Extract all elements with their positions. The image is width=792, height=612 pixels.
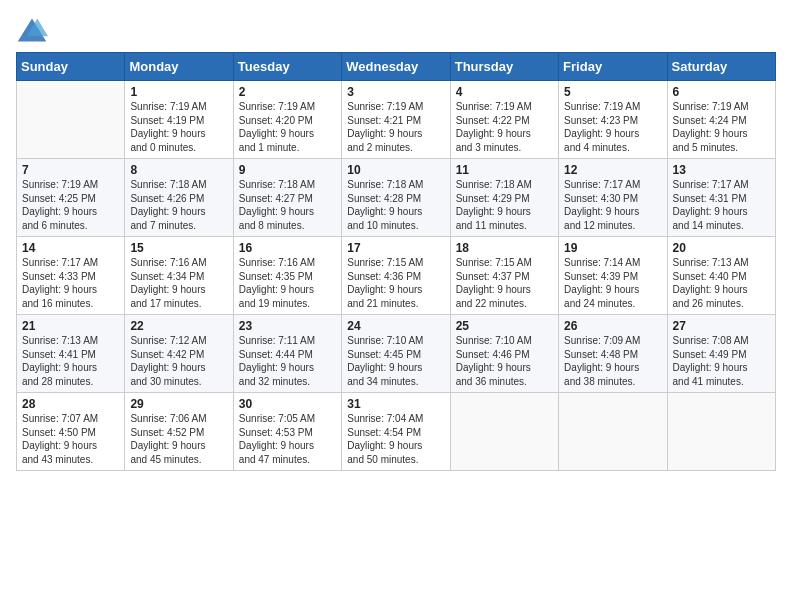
day-number: 23	[239, 319, 336, 333]
day-number: 15	[130, 241, 227, 255]
calendar-cell: 17Sunrise: 7:15 AM Sunset: 4:36 PM Dayli…	[342, 237, 450, 315]
column-header-thursday: Thursday	[450, 53, 558, 81]
day-info: Sunrise: 7:19 AM Sunset: 4:25 PM Dayligh…	[22, 178, 119, 232]
calendar-cell: 23Sunrise: 7:11 AM Sunset: 4:44 PM Dayli…	[233, 315, 341, 393]
calendar-cell: 9Sunrise: 7:18 AM Sunset: 4:27 PM Daylig…	[233, 159, 341, 237]
calendar-header-row: SundayMondayTuesdayWednesdayThursdayFrid…	[17, 53, 776, 81]
day-info: Sunrise: 7:10 AM Sunset: 4:46 PM Dayligh…	[456, 334, 553, 388]
day-number: 2	[239, 85, 336, 99]
day-number: 14	[22, 241, 119, 255]
calendar-week-row: 7Sunrise: 7:19 AM Sunset: 4:25 PM Daylig…	[17, 159, 776, 237]
calendar-cell: 30Sunrise: 7:05 AM Sunset: 4:53 PM Dayli…	[233, 393, 341, 471]
column-header-tuesday: Tuesday	[233, 53, 341, 81]
day-number: 16	[239, 241, 336, 255]
day-info: Sunrise: 7:11 AM Sunset: 4:44 PM Dayligh…	[239, 334, 336, 388]
calendar-cell: 1Sunrise: 7:19 AM Sunset: 4:19 PM Daylig…	[125, 81, 233, 159]
calendar-cell: 12Sunrise: 7:17 AM Sunset: 4:30 PM Dayli…	[559, 159, 667, 237]
page-header	[16, 16, 776, 44]
calendar-cell: 13Sunrise: 7:17 AM Sunset: 4:31 PM Dayli…	[667, 159, 775, 237]
day-number: 20	[673, 241, 770, 255]
day-info: Sunrise: 7:19 AM Sunset: 4:22 PM Dayligh…	[456, 100, 553, 154]
calendar-week-row: 21Sunrise: 7:13 AM Sunset: 4:41 PM Dayli…	[17, 315, 776, 393]
day-number: 29	[130, 397, 227, 411]
calendar-cell: 21Sunrise: 7:13 AM Sunset: 4:41 PM Dayli…	[17, 315, 125, 393]
day-number: 8	[130, 163, 227, 177]
day-info: Sunrise: 7:10 AM Sunset: 4:45 PM Dayligh…	[347, 334, 444, 388]
calendar-cell: 31Sunrise: 7:04 AM Sunset: 4:54 PM Dayli…	[342, 393, 450, 471]
day-info: Sunrise: 7:06 AM Sunset: 4:52 PM Dayligh…	[130, 412, 227, 466]
calendar-cell: 7Sunrise: 7:19 AM Sunset: 4:25 PM Daylig…	[17, 159, 125, 237]
calendar-cell: 15Sunrise: 7:16 AM Sunset: 4:34 PM Dayli…	[125, 237, 233, 315]
day-info: Sunrise: 7:15 AM Sunset: 4:37 PM Dayligh…	[456, 256, 553, 310]
day-number: 11	[456, 163, 553, 177]
day-number: 10	[347, 163, 444, 177]
day-number: 31	[347, 397, 444, 411]
day-info: Sunrise: 7:16 AM Sunset: 4:35 PM Dayligh…	[239, 256, 336, 310]
day-number: 4	[456, 85, 553, 99]
calendar-cell: 4Sunrise: 7:19 AM Sunset: 4:22 PM Daylig…	[450, 81, 558, 159]
day-number: 5	[564, 85, 661, 99]
day-info: Sunrise: 7:17 AM Sunset: 4:33 PM Dayligh…	[22, 256, 119, 310]
day-info: Sunrise: 7:13 AM Sunset: 4:41 PM Dayligh…	[22, 334, 119, 388]
calendar-cell: 18Sunrise: 7:15 AM Sunset: 4:37 PM Dayli…	[450, 237, 558, 315]
day-info: Sunrise: 7:13 AM Sunset: 4:40 PM Dayligh…	[673, 256, 770, 310]
day-number: 28	[22, 397, 119, 411]
day-number: 17	[347, 241, 444, 255]
calendar-week-row: 14Sunrise: 7:17 AM Sunset: 4:33 PM Dayli…	[17, 237, 776, 315]
day-number: 3	[347, 85, 444, 99]
day-info: Sunrise: 7:18 AM Sunset: 4:27 PM Dayligh…	[239, 178, 336, 232]
day-info: Sunrise: 7:16 AM Sunset: 4:34 PM Dayligh…	[130, 256, 227, 310]
calendar-cell: 8Sunrise: 7:18 AM Sunset: 4:26 PM Daylig…	[125, 159, 233, 237]
calendar-cell: 3Sunrise: 7:19 AM Sunset: 4:21 PM Daylig…	[342, 81, 450, 159]
calendar-cell	[17, 81, 125, 159]
day-info: Sunrise: 7:18 AM Sunset: 4:28 PM Dayligh…	[347, 178, 444, 232]
calendar-cell: 16Sunrise: 7:16 AM Sunset: 4:35 PM Dayli…	[233, 237, 341, 315]
day-info: Sunrise: 7:19 AM Sunset: 4:23 PM Dayligh…	[564, 100, 661, 154]
calendar-cell: 22Sunrise: 7:12 AM Sunset: 4:42 PM Dayli…	[125, 315, 233, 393]
calendar-cell	[667, 393, 775, 471]
calendar-week-row: 1Sunrise: 7:19 AM Sunset: 4:19 PM Daylig…	[17, 81, 776, 159]
day-info: Sunrise: 7:14 AM Sunset: 4:39 PM Dayligh…	[564, 256, 661, 310]
day-number: 25	[456, 319, 553, 333]
day-number: 7	[22, 163, 119, 177]
day-info: Sunrise: 7:18 AM Sunset: 4:26 PM Dayligh…	[130, 178, 227, 232]
column-header-monday: Monday	[125, 53, 233, 81]
day-info: Sunrise: 7:17 AM Sunset: 4:30 PM Dayligh…	[564, 178, 661, 232]
day-number: 1	[130, 85, 227, 99]
column-header-sunday: Sunday	[17, 53, 125, 81]
calendar-cell	[559, 393, 667, 471]
logo-icon	[16, 16, 48, 44]
day-number: 21	[22, 319, 119, 333]
day-info: Sunrise: 7:19 AM Sunset: 4:24 PM Dayligh…	[673, 100, 770, 154]
day-info: Sunrise: 7:17 AM Sunset: 4:31 PM Dayligh…	[673, 178, 770, 232]
logo	[16, 16, 52, 44]
day-number: 26	[564, 319, 661, 333]
day-info: Sunrise: 7:04 AM Sunset: 4:54 PM Dayligh…	[347, 412, 444, 466]
day-info: Sunrise: 7:19 AM Sunset: 4:21 PM Dayligh…	[347, 100, 444, 154]
calendar-cell: 5Sunrise: 7:19 AM Sunset: 4:23 PM Daylig…	[559, 81, 667, 159]
calendar-cell: 25Sunrise: 7:10 AM Sunset: 4:46 PM Dayli…	[450, 315, 558, 393]
calendar-cell: 26Sunrise: 7:09 AM Sunset: 4:48 PM Dayli…	[559, 315, 667, 393]
calendar-cell: 29Sunrise: 7:06 AM Sunset: 4:52 PM Dayli…	[125, 393, 233, 471]
day-info: Sunrise: 7:19 AM Sunset: 4:20 PM Dayligh…	[239, 100, 336, 154]
column-header-friday: Friday	[559, 53, 667, 81]
calendar-week-row: 28Sunrise: 7:07 AM Sunset: 4:50 PM Dayli…	[17, 393, 776, 471]
calendar-cell: 6Sunrise: 7:19 AM Sunset: 4:24 PM Daylig…	[667, 81, 775, 159]
day-number: 22	[130, 319, 227, 333]
calendar-cell	[450, 393, 558, 471]
day-info: Sunrise: 7:05 AM Sunset: 4:53 PM Dayligh…	[239, 412, 336, 466]
calendar-cell: 19Sunrise: 7:14 AM Sunset: 4:39 PM Dayli…	[559, 237, 667, 315]
day-number: 18	[456, 241, 553, 255]
day-info: Sunrise: 7:18 AM Sunset: 4:29 PM Dayligh…	[456, 178, 553, 232]
calendar-cell: 14Sunrise: 7:17 AM Sunset: 4:33 PM Dayli…	[17, 237, 125, 315]
day-info: Sunrise: 7:09 AM Sunset: 4:48 PM Dayligh…	[564, 334, 661, 388]
calendar-cell: 24Sunrise: 7:10 AM Sunset: 4:45 PM Dayli…	[342, 315, 450, 393]
calendar-cell: 2Sunrise: 7:19 AM Sunset: 4:20 PM Daylig…	[233, 81, 341, 159]
calendar-cell: 20Sunrise: 7:13 AM Sunset: 4:40 PM Dayli…	[667, 237, 775, 315]
day-number: 27	[673, 319, 770, 333]
day-number: 12	[564, 163, 661, 177]
column-header-saturday: Saturday	[667, 53, 775, 81]
calendar-cell: 11Sunrise: 7:18 AM Sunset: 4:29 PM Dayli…	[450, 159, 558, 237]
day-number: 24	[347, 319, 444, 333]
day-info: Sunrise: 7:07 AM Sunset: 4:50 PM Dayligh…	[22, 412, 119, 466]
